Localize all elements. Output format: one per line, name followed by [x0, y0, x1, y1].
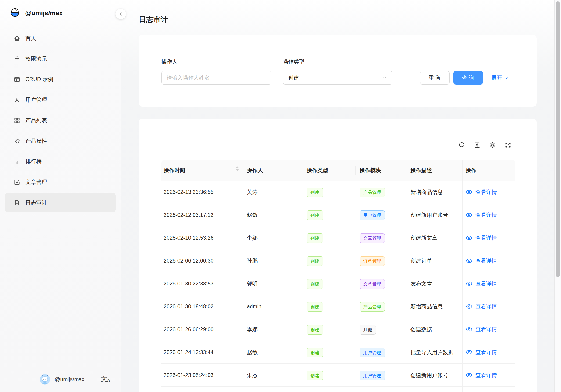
- cell-operator: 赵敏: [247, 341, 258, 364]
- module-tag: 用户管理: [359, 371, 385, 380]
- table-toolbar: [458, 141, 512, 149]
- sidebar-collapse-button[interactable]: [116, 9, 126, 19]
- type-tag: 创建: [307, 325, 323, 335]
- module-tag: 用户管理: [359, 348, 385, 357]
- cell-type: 创建: [307, 318, 323, 341]
- sidebar-item-label: 首页: [25, 35, 36, 42]
- sidebar-item-6[interactable]: 产品属性: [5, 131, 116, 151]
- edit-icon: [13, 179, 21, 186]
- sidebar-item-8[interactable]: 文章管理: [5, 172, 116, 192]
- query-button[interactable]: 查 询: [453, 71, 483, 85]
- type-tag: 创建: [307, 371, 323, 380]
- reset-button[interactable]: 重 置: [420, 71, 450, 85]
- sidebar-item-label: 日志审计: [25, 199, 47, 206]
- user-avatar[interactable]: [40, 374, 50, 384]
- sidebar-item-label: 产品列表: [25, 117, 47, 124]
- sidebar-item-1[interactable]: 首页: [5, 29, 116, 48]
- settings-gear-icon[interactable]: [488, 141, 496, 149]
- type-tag: 创建: [307, 348, 323, 357]
- sidebar-item-5[interactable]: 产品列表: [5, 111, 116, 130]
- operator-label: 操作人: [161, 58, 177, 65]
- eye-icon: [466, 303, 473, 310]
- view-detail-link[interactable]: 查看详情: [466, 226, 497, 249]
- view-detail-link[interactable]: 查看详情: [466, 295, 497, 318]
- reload-icon[interactable]: [458, 141, 466, 149]
- view-detail-link[interactable]: 查看详情: [466, 180, 497, 203]
- view-detail-link[interactable]: 查看详情: [466, 341, 497, 364]
- col-header-action: 操作: [466, 160, 476, 180]
- expand-toggle[interactable]: 展开: [491, 71, 508, 85]
- cell-description: 创建新用户账号: [410, 364, 462, 387]
- eye-icon: [466, 372, 473, 379]
- view-detail-link[interactable]: 查看详情: [466, 318, 497, 341]
- log-table-card: 操作时间 操作人 操作类型 操作模块 操作描述 操作 2026-02-13 23…: [139, 119, 537, 392]
- sidebar-item-3[interactable]: CRUD 示例: [5, 70, 116, 89]
- fullscreen-icon[interactable]: [504, 141, 512, 149]
- view-detail-link[interactable]: 查看详情: [466, 249, 497, 272]
- sidebar-item-label: 文章管理: [25, 179, 47, 186]
- cell-description: 创建新文章: [410, 226, 462, 249]
- cell-time: 2026-01-23 05:24:03: [164, 364, 214, 387]
- sidebar-item-label: CRUD 示例: [25, 76, 53, 83]
- eye-icon: [466, 326, 473, 333]
- col-header-operator: 操作人: [247, 160, 263, 180]
- operation-type-label: 操作类型: [283, 58, 304, 65]
- type-tag: 创建: [307, 211, 323, 220]
- file-text-icon: [13, 199, 21, 206]
- col-header-desc: 操作描述: [410, 160, 432, 180]
- log-table: 操作时间 操作人 操作类型 操作模块 操作描述 操作 2026-02-13 23…: [161, 160, 515, 387]
- col-header-time[interactable]: 操作时间: [164, 160, 185, 180]
- app-window: @umijs/max 首页权限演示CRUD 示例用户管理产品列表产品属性排行榜文…: [0, 0, 561, 392]
- cell-module: 文章管理: [359, 226, 385, 249]
- appstore-icon: [13, 117, 21, 124]
- operation-type-select[interactable]: 创建: [283, 71, 392, 85]
- operator-input[interactable]: [161, 71, 271, 85]
- footer-username: @umijs/max: [55, 376, 84, 383]
- cell-description: 创建订单: [410, 249, 462, 272]
- page-scrollbar-track: [554, 0, 561, 392]
- view-detail-label: 查看详情: [475, 203, 497, 226]
- sidebar-footer: @umijs/max 文A: [0, 370, 121, 392]
- bar-chart-icon: [13, 158, 21, 165]
- sidebar-item-2[interactable]: 权限演示: [5, 49, 116, 68]
- sidebar-item-9[interactable]: 日志审计: [5, 193, 116, 212]
- brand-title: @umijs/max: [25, 10, 63, 17]
- operation-type-value: 创建: [288, 74, 299, 82]
- page-scrollbar-thumb[interactable]: [556, 1, 560, 277]
- sidebar-item-label: 用户管理: [25, 96, 47, 104]
- sort-carets-icon[interactable]: [236, 166, 239, 171]
- cell-operator: 孙鹏: [247, 249, 258, 272]
- chevron-down-icon: [504, 76, 508, 80]
- sidebar: @umijs/max 首页权限演示CRUD 示例用户管理产品列表产品属性排行榜文…: [0, 0, 121, 392]
- user-icon: [13, 96, 21, 104]
- view-detail-link[interactable]: 查看详情: [466, 272, 497, 295]
- module-tag: 其他: [359, 325, 376, 335]
- brand-header[interactable]: @umijs/max: [0, 0, 121, 26]
- cell-module: 产品管理: [359, 295, 385, 318]
- cell-operator: 朱杰: [247, 364, 258, 387]
- cell-module: 用户管理: [359, 341, 385, 364]
- view-detail-label: 查看详情: [475, 226, 497, 249]
- sidebar-item-4[interactable]: 用户管理: [5, 90, 116, 110]
- column-height-icon[interactable]: [473, 141, 481, 149]
- chevron-down-icon: [382, 75, 387, 80]
- sidebar-item-7[interactable]: 排行榜: [5, 152, 116, 171]
- cell-type: 创建: [307, 341, 323, 364]
- eye-icon: [466, 189, 473, 196]
- translation-icon[interactable]: 文A: [101, 376, 110, 383]
- view-detail-link[interactable]: 查看详情: [466, 364, 497, 387]
- chevron-left-icon: [119, 12, 123, 16]
- cell-description: 新增商品信息: [410, 295, 462, 318]
- cell-operator: 李娜: [247, 318, 258, 341]
- type-tag: 创建: [307, 188, 323, 197]
- cell-module: 用户管理: [359, 364, 385, 387]
- cell-time: 2026-02-12 03:17:12: [164, 203, 214, 226]
- cell-time: 2026-01-24 13:33:44: [164, 341, 214, 364]
- eye-icon: [466, 234, 473, 241]
- view-detail-label: 查看详情: [475, 272, 497, 295]
- view-detail-label: 查看详情: [475, 341, 497, 364]
- sidebar-item-label: 权限演示: [25, 55, 47, 62]
- view-detail-label: 查看详情: [475, 295, 497, 318]
- cell-type: 创建: [307, 272, 323, 295]
- view-detail-link[interactable]: 查看详情: [466, 203, 497, 226]
